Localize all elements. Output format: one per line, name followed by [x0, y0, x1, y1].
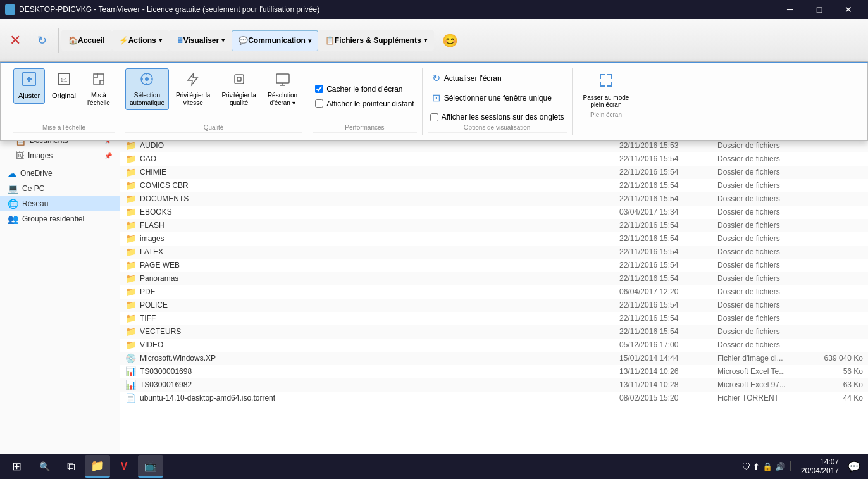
- btn-actualiser[interactable]: ↻ Options de visualisation Actualiser l'…: [428, 70, 567, 87]
- file-name-cell: 💿 Microsoft.Windows.XP: [125, 353, 619, 363]
- file-date: 22/11/2016 15:54: [619, 194, 717, 203]
- tab-fichiers[interactable]: 📋 Fichiers & Suppléments ▾: [318, 30, 434, 51]
- file-name-cell: 📁 VECTEURS: [125, 327, 619, 337]
- table-row[interactable]: 📊 TS0300016982 13/11/2014 10:28 Microsof…: [120, 378, 868, 392]
- selection-auto-label: Sélectionautomatique: [130, 92, 164, 107]
- btn-selection-auto[interactable]: Sélectionautomatique: [125, 68, 169, 110]
- table-row[interactable]: 📁 VECTEURS 22/11/2016 15:54 Dossier de f…: [120, 325, 868, 339]
- table-row[interactable]: 📁 CHIMIE 22/11/2016 15:54 Dossier de fic…: [120, 166, 868, 179]
- smiley-button[interactable]: 😊: [437, 28, 464, 53]
- btn-qualite[interactable]: Privilégier laqualité: [217, 68, 260, 110]
- cacher-fond-checkbox[interactable]: [315, 85, 323, 93]
- qualite-buttons: Sélectionautomatique Privilégier lavites…: [125, 68, 302, 124]
- btn-resolution[interactable]: Résolutiond'écran ▾: [263, 68, 302, 110]
- fichiers-icon: 📋: [325, 36, 335, 45]
- plein-ecran-title: Plein écran: [578, 111, 635, 120]
- file-name-cell: 📁 FLASH: [125, 220, 619, 230]
- afficher-pointer-checkbox[interactable]: [315, 99, 323, 108]
- check-cacher-fond[interactable]: Cacher le fond d'écran: [313, 84, 417, 95]
- file-type: Dossier de fichiers: [717, 340, 806, 349]
- btn-selection-fenetre[interactable]: ⊡ Sélectionner une fenêtre unique: [428, 89, 567, 106]
- notify-lock-icon[interactable]: 🔒: [762, 462, 772, 471]
- ribbon-toolbar: ✕ ↻ 🏠 Accueil ⚡ Actions ▾ 🖥 Visualiser ▾…: [0, 19, 868, 62]
- qualite-label: Privilégier laqualité: [221, 92, 256, 107]
- reseau-icon: 🌐: [8, 199, 18, 209]
- table-row[interactable]: 📁 PAGE WEB 22/11/2016 15:54 Dossier de f…: [120, 259, 868, 272]
- sidebar-item-reseau[interactable]: 🌐 Réseau: [0, 196, 120, 211]
- table-row[interactable]: 📁 CAO 22/11/2016 15:54 Dossier de fichie…: [120, 152, 868, 166]
- mise-echelle-title: Mise à l'échelle: [13, 124, 115, 133]
- communication-label: Communication: [248, 36, 306, 45]
- file-type: Dossier de fichiers: [717, 287, 806, 296]
- btn-vitesse[interactable]: Privilégier lavitesse: [171, 68, 214, 110]
- performances-title: Performances: [313, 124, 417, 133]
- sidebar-item-images[interactable]: 🖼 Images 📌: [0, 148, 120, 163]
- tab-visualiser[interactable]: 🖥 Visualiser ▾: [169, 30, 232, 51]
- btn-mis-echelle[interactable]: Mis àl'échelle: [83, 68, 115, 110]
- notify-upload-icon[interactable]: ⬆: [753, 462, 760, 471]
- table-row[interactable]: 📁 EBOOKS 03/04/2017 15:34 Dossier de fic…: [120, 206, 868, 219]
- file-icon: 📁: [125, 247, 136, 257]
- tab-accueil[interactable]: 🏠 Accueil: [61, 30, 112, 51]
- file-name: VIDEO: [140, 340, 163, 349]
- plein-ecran-label: Passer au modeplein écran: [583, 94, 629, 108]
- taskbar-chat[interactable]: 💬: [844, 455, 864, 478]
- table-row[interactable]: 📁 VIDEO 05/12/2016 17:00 Dossier de fich…: [120, 339, 868, 352]
- taskbar-explorer[interactable]: 📁: [85, 455, 110, 478]
- file-type: Microsoft Excel Te...: [717, 367, 806, 376]
- minimize-button[interactable]: ─: [776, 0, 805, 19]
- close-session-button[interactable]: ✕: [3, 28, 28, 53]
- file-date: 13/11/2014 10:26: [619, 367, 717, 376]
- table-row[interactable]: 📁 images 22/11/2016 15:54 Dossier de fic…: [120, 232, 868, 246]
- close-button[interactable]: ✕: [834, 0, 863, 19]
- btn-plein-ecran[interactable]: Passer au modeplein écran: [578, 68, 635, 111]
- check-afficher-pointer[interactable]: Afficher le pointeur distant: [313, 98, 417, 109]
- table-row[interactable]: 📁 FLASH 22/11/2016 15:54 Dossier de fich…: [120, 219, 868, 232]
- notify-volume-icon[interactable]: 🔊: [775, 462, 785, 471]
- btn-original[interactable]: 1:1 Original: [47, 68, 80, 104]
- file-type: Dossier de fichiers: [717, 194, 806, 203]
- table-row[interactable]: 📁 PDF 06/04/2017 12:20 Dossier de fichie…: [120, 285, 868, 299]
- sidebar-item-groupe[interactable]: 👥 Groupe résidentiel: [0, 211, 120, 227]
- afficher-sessions-checkbox[interactable]: [430, 113, 438, 121]
- taskbar-clock[interactable]: 14:07 20/04/2017: [796, 457, 844, 475]
- table-row[interactable]: 📁 AUDIO 22/11/2016 15:53 Dossier de fich…: [120, 139, 868, 152]
- taskbar-taskview[interactable]: ⧉: [58, 455, 84, 478]
- table-row[interactable]: 📁 LATEX 22/11/2016 15:54 Dossier de fich…: [120, 246, 868, 259]
- btn-ajuster[interactable]: Ajuster: [13, 68, 45, 104]
- taskbar-teamviewer[interactable]: 📺: [138, 455, 163, 478]
- file-date: 22/11/2016 15:54: [619, 154, 717, 163]
- tab-communication[interactable]: 💬 Communication ▾: [232, 30, 318, 51]
- notify-shield-icon[interactable]: 🛡: [742, 462, 750, 471]
- table-row[interactable]: 📊 TS0300001698 13/11/2014 10:26 Microsof…: [120, 365, 868, 378]
- table-row[interactable]: 💿 Microsoft.Windows.XP 15/01/2014 14:44 …: [120, 352, 868, 365]
- file-name-cell: 📁 DOCUMENTS: [125, 194, 619, 204]
- images-label: Images: [28, 151, 53, 160]
- table-row[interactable]: 📁 COMICS CBR 22/11/2016 15:54 Dossier de…: [120, 179, 868, 192]
- groupe-icon: 👥: [8, 214, 18, 224]
- taskbar-vivaldi[interactable]: V: [111, 455, 137, 478]
- file-size: 56 Ko: [806, 367, 863, 376]
- file-name: AUDIO: [140, 141, 164, 150]
- table-row[interactable]: 📁 TIFF 22/11/2016 15:54 Dossier de fichi…: [120, 312, 868, 325]
- accueil-label: Accueil: [78, 36, 105, 45]
- cacher-fond-label: Cacher le fond d'écran: [326, 85, 402, 94]
- check-afficher-sessions[interactable]: Afficher les sessions sur des onglets: [428, 111, 567, 123]
- sidebar-item-ce-pc[interactable]: 💻 Ce PC: [0, 181, 120, 196]
- file-name: PAGE WEB: [140, 261, 180, 270]
- sidebar-item-onedrive[interactable]: ☁ OneDrive: [0, 166, 120, 181]
- title-text: DESKTOP-PDICVKG - TeamViewer - Licence g…: [19, 5, 776, 14]
- table-row[interactable]: 📄 ubuntu-14.10-desktop-amd64.iso.torrent…: [120, 392, 868, 405]
- table-row[interactable]: 📁 POLICE 22/11/2016 15:54 Dossier de fic…: [120, 299, 868, 312]
- taskbar-search[interactable]: 🔍: [32, 455, 57, 478]
- actions-icon: ⚡: [119, 36, 128, 45]
- start-button[interactable]: ⊞: [4, 454, 29, 479]
- table-row[interactable]: 📁 Panoramas 22/11/2016 15:54 Dossier de …: [120, 272, 868, 285]
- table-row[interactable]: 📁 DOCUMENTS 22/11/2016 15:54 Dossier de …: [120, 192, 868, 206]
- file-name: CHIMIE: [140, 168, 166, 177]
- refresh-button[interactable]: ↻: [29, 28, 54, 53]
- file-type: Dossier de fichiers: [717, 221, 806, 230]
- tab-actions[interactable]: ⚡ Actions ▾: [112, 30, 169, 51]
- maximize-button[interactable]: □: [805, 0, 834, 19]
- ce-pc-icon: 💻: [8, 184, 18, 194]
